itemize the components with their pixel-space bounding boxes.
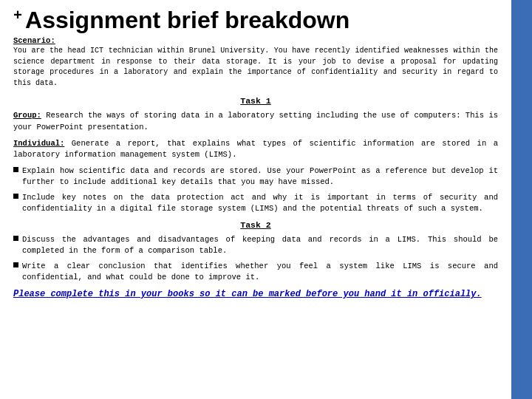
- individual-text: Generate a report, that explains what ty…: [13, 139, 498, 160]
- task1-bullet-1: Explain how scientific data and records …: [13, 166, 498, 188]
- plus-icon: +: [13, 9, 22, 24]
- individual-label: Individual:: [13, 139, 64, 148]
- task2-bullet-1: Discuss the advantages and disadvantages…: [13, 234, 498, 256]
- task1-heading: Task 1: [13, 96, 498, 106]
- task1-bullet-2: Include key notes on the data protection…: [13, 192, 498, 214]
- task1-bullet-1-text: Explain how scientific data and records …: [22, 166, 498, 188]
- individual-line: Individual: Generate a report, that expl…: [13, 138, 498, 162]
- bullet-square-icon: [13, 167, 18, 172]
- scenario-label: Scenario:: [13, 36, 498, 45]
- page-container: + Assignment brief breakdown Scenario: Y…: [0, 0, 532, 399]
- right-accent-bar: [511, 0, 532, 399]
- footer-text: Please complete this in your books so it…: [13, 287, 498, 301]
- task2-bullet-2-text: Write a clear conclusion that identifies…: [22, 261, 498, 283]
- bullet-square-icon: [13, 194, 18, 199]
- page-title: Assignment brief breakdown: [25, 7, 349, 33]
- group-text: Research the ways of storing data in a l…: [13, 111, 498, 132]
- group-label: Group:: [13, 111, 41, 120]
- task2-heading: Task 2: [13, 220, 498, 230]
- bullet-square-icon: [13, 236, 18, 241]
- group-line: Group: Research the ways of storing data…: [13, 110, 498, 134]
- scenario-text: You are the head ICT technician within B…: [13, 46, 498, 89]
- task2-bullet-2: Write a clear conclusion that identifies…: [13, 261, 498, 283]
- task1-bullet-2-text: Include key notes on the data protection…: [22, 192, 498, 214]
- header-row: + Assignment brief breakdown: [13, 7, 498, 33]
- task2-bullet-1-text: Discuss the advantages and disadvantages…: [22, 234, 498, 256]
- main-content: + Assignment brief breakdown Scenario: Y…: [0, 0, 511, 399]
- bullet-square-icon: [13, 262, 18, 267]
